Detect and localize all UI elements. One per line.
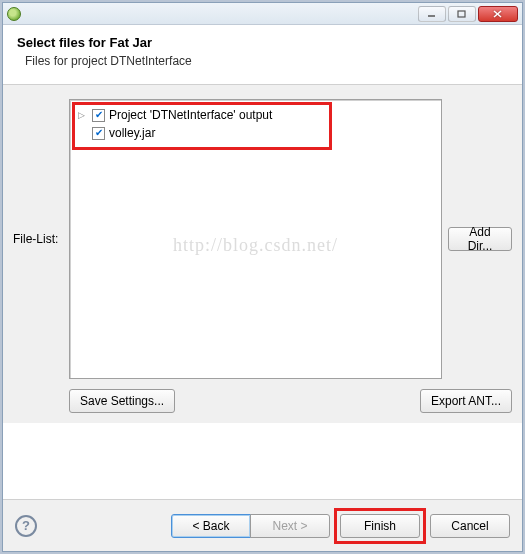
- tree-item[interactable]: ▷ ✔ Project 'DTNetInterface' output: [78, 106, 433, 124]
- dialog-header: Select files for Fat Jar Files for proje…: [3, 25, 522, 85]
- tree-item-label: volley.jar: [109, 126, 155, 140]
- export-ant-button[interactable]: Export ANT...: [420, 389, 512, 413]
- dialog-subtitle: Files for project DTNetInterface: [25, 54, 508, 68]
- tree-item-label: Project 'DTNetInterface' output: [109, 108, 272, 122]
- window-titlebar: [3, 3, 522, 25]
- checkbox[interactable]: ✔: [92, 109, 105, 122]
- file-list-box[interactable]: ▷ ✔ Project 'DTNetInterface' output ✔ vo…: [69, 99, 442, 379]
- file-list-label: File-List:: [13, 232, 63, 246]
- expand-arrow-icon[interactable]: ▷: [78, 110, 88, 120]
- help-icon[interactable]: ?: [15, 515, 37, 537]
- tree-item[interactable]: ✔ volley.jar: [78, 124, 433, 142]
- cancel-button[interactable]: Cancel: [430, 514, 510, 538]
- minimize-button[interactable]: [418, 6, 446, 22]
- close-button[interactable]: [478, 6, 518, 22]
- app-icon: [7, 7, 21, 21]
- add-dir-button[interactable]: Add Dir...: [448, 227, 512, 251]
- next-button: Next >: [250, 514, 330, 538]
- finish-button[interactable]: Finish: [340, 514, 420, 538]
- maximize-button[interactable]: [448, 6, 476, 22]
- dialog-title: Select files for Fat Jar: [17, 35, 508, 50]
- svg-rect-1: [458, 11, 465, 17]
- checkbox[interactable]: ✔: [92, 127, 105, 140]
- back-button[interactable]: < Back: [171, 514, 251, 538]
- watermark-text: http://blog.csdn.net/: [173, 235, 338, 256]
- save-settings-button[interactable]: Save Settings...: [69, 389, 175, 413]
